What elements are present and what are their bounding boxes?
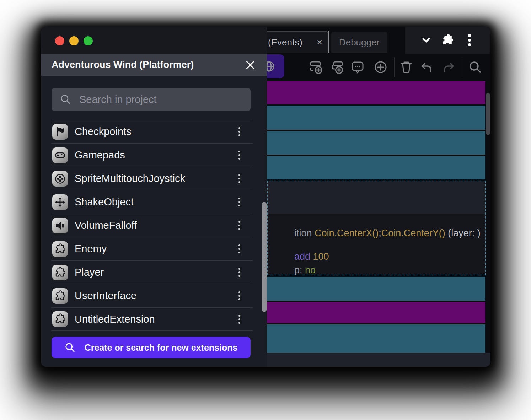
chevron-down-icon[interactable]: [418, 32, 434, 48]
selected-event-block[interactable]: ition Coin.CenterX();Coin.CenterY() (lay…: [267, 181, 486, 275]
create-extension-button[interactable]: Create or search for new extensions: [52, 337, 251, 358]
list-item-gamepads[interactable]: Gamepads: [52, 143, 253, 167]
item-menu-icon[interactable]: [238, 221, 240, 230]
joystick-icon: [52, 171, 68, 187]
item-menu-icon[interactable]: [238, 291, 240, 300]
speaker-icon: [52, 218, 68, 233]
search-icon: [65, 342, 75, 353]
screenshot-stage: (Events) × Debugger: [0, 0, 531, 420]
flag-icon: [52, 124, 68, 140]
event-row[interactable]: [267, 131, 485, 155]
add-subevent-icon[interactable]: [330, 60, 345, 75]
events-background: [267, 353, 490, 367]
search-box[interactable]: [52, 88, 251, 111]
add-comment-icon[interactable]: [350, 60, 365, 75]
toolbar-divider: [462, 57, 462, 77]
traffic-light-minimize[interactable]: [69, 36, 79, 45]
list-item-volumefalloff[interactable]: VolumeFalloff: [52, 214, 253, 237]
window-titlebar: [41, 27, 267, 54]
item-menu-icon[interactable]: [238, 174, 240, 183]
add-event-icon[interactable]: [309, 60, 324, 75]
add-circle-icon[interactable]: [373, 60, 388, 75]
list-item-userinterface[interactable]: UserInterface: [52, 284, 253, 307]
tab-separator: [328, 31, 329, 53]
toolbar-divider: [394, 57, 395, 77]
extension-list: Checkpoints Gamepads SpriteMultitouchJoy…: [52, 120, 253, 331]
event-row[interactable]: [267, 324, 485, 353]
extensions-puzzle-icon[interactable]: [440, 32, 456, 48]
selected-event-actions: ition Coin.CenterX();Coin.CenterY() (lay…: [268, 214, 485, 275]
more-vertical-icon[interactable]: [462, 32, 477, 48]
list-item-untitledextension[interactable]: UntitledExtension: [52, 307, 253, 331]
list-item-enemy[interactable]: Enemy: [52, 237, 253, 260]
traffic-light-close[interactable]: [55, 36, 64, 45]
project-title: Adventurous Wind (Platformer): [41, 59, 194, 70]
delete-icon[interactable]: [399, 60, 414, 75]
traffic-light-zoom[interactable]: [84, 36, 93, 45]
project-manager-header: Adventurous Wind (Platformer): [41, 54, 267, 76]
event-row[interactable]: [267, 277, 485, 301]
puzzle-icon: [52, 265, 68, 280]
project-manager-panel: Adventurous Wind (Platformer) Checkpoint…: [41, 27, 267, 367]
list-item-spritemultitouchjoystick[interactable]: SpriteMultitouchJoystick: [52, 167, 253, 190]
tab-debugger[interactable]: Debugger: [331, 32, 387, 53]
item-menu-icon[interactable]: [238, 315, 240, 324]
event-row[interactable]: [267, 156, 485, 179]
puzzle-icon: [52, 311, 68, 327]
list-item-player[interactable]: Player: [52, 260, 253, 284]
tab-close-icon[interactable]: ×: [317, 38, 322, 47]
panel-scrollbar[interactable]: [262, 202, 267, 312]
gamepad-icon: [52, 147, 68, 163]
puzzle-icon: [52, 241, 68, 257]
event-row[interactable]: [267, 106, 485, 130]
event-row[interactable]: [267, 302, 485, 323]
item-menu-icon[interactable]: [238, 127, 240, 136]
undo-icon[interactable]: [419, 60, 434, 75]
list-item-shakeobject[interactable]: ShakeObject: [52, 190, 253, 214]
toolbar-search-icon[interactable]: [468, 60, 483, 75]
close-panel-icon[interactable]: [244, 59, 256, 71]
event-row[interactable]: [267, 81, 485, 104]
search-input[interactable]: [79, 94, 229, 106]
puzzle-icon: [52, 288, 68, 304]
redo-icon[interactable]: [441, 60, 456, 75]
window-top-right-panel: [405, 27, 490, 54]
search-icon: [60, 94, 71, 105]
events-scrollbar[interactable]: [486, 93, 490, 135]
item-menu-icon[interactable]: [238, 244, 240, 253]
item-menu-icon[interactable]: [238, 151, 240, 160]
item-menu-icon[interactable]: [238, 198, 240, 206]
item-menu-icon[interactable]: [238, 268, 240, 277]
move-arrows-icon: [52, 194, 68, 210]
list-item-checkpoints[interactable]: Checkpoints: [52, 120, 253, 143]
